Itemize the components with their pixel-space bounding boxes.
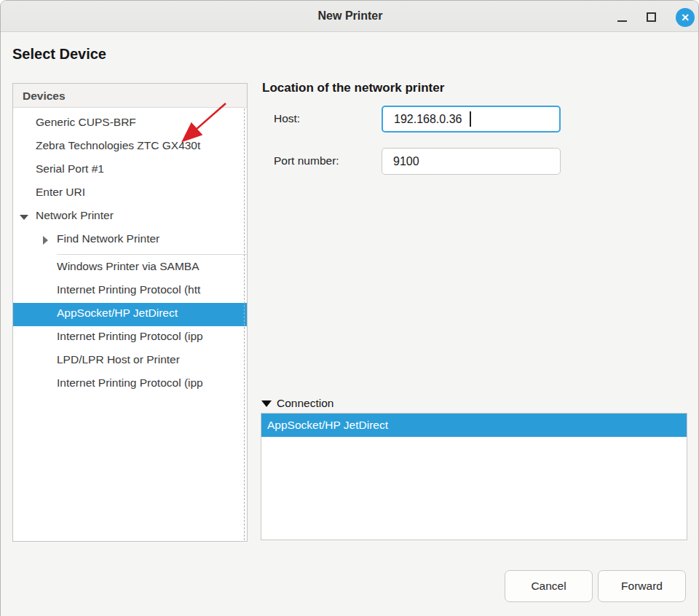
device-label: Network Printer xyxy=(36,209,244,222)
device-label: Internet Printing Protocol (ipp xyxy=(57,330,244,343)
close-icon[interactable]: ✕ xyxy=(676,8,695,27)
device-row-appsocket-jetdirect-selected[interactable]: AppSocket/HP JetDirect xyxy=(13,303,247,326)
page-title: Select Device xyxy=(12,46,106,63)
connection-label: AppSocket/HP JetDirect xyxy=(267,419,388,432)
device-label: Windows Printer via SAMBA xyxy=(57,260,244,273)
connection-list: AppSocket/HP JetDirect xyxy=(261,413,687,540)
devices-list: Generic CUPS-BRF Zebra Technologies ZTC … xyxy=(13,108,247,396)
device-label: AppSocket/HP JetDirect xyxy=(57,307,244,320)
device-label: Zebra Technologies ZTC GX430t xyxy=(36,139,244,152)
connection-row-appsocket-selected[interactable]: AppSocket/HP JetDirect xyxy=(261,414,687,437)
device-row-zebra-ztc-gx430t[interactable]: Zebra Technologies ZTC GX430t xyxy=(13,135,247,159)
port-number-label: Port number: xyxy=(274,154,339,167)
location-section-title: Location of the network printer xyxy=(262,81,444,95)
minimize-icon[interactable] xyxy=(617,20,627,22)
host-input[interactable] xyxy=(382,106,561,133)
device-label: Generic CUPS-BRF xyxy=(36,116,244,129)
device-row-ipp-ipps[interactable]: Internet Printing Protocol (ipp xyxy=(13,373,247,396)
new-printer-dialog: New Printer ✕ Select Device Devices Gene… xyxy=(0,0,699,616)
device-label: Find Network Printer xyxy=(57,232,244,245)
maximize-icon[interactable] xyxy=(647,12,656,22)
expander-down-icon[interactable] xyxy=(20,215,28,220)
device-row-ipp-http[interactable]: Internet Printing Protocol (htt xyxy=(13,280,247,303)
device-row-network-printer[interactable]: Network Printer xyxy=(13,205,247,229)
device-row-serial-port-1[interactable]: Serial Port #1 xyxy=(13,159,247,182)
cancel-button[interactable]: Cancel xyxy=(505,570,593,602)
device-row-enter-uri[interactable]: Enter URI xyxy=(13,182,247,205)
device-row-ipp-ipp[interactable]: Internet Printing Protocol (ipp xyxy=(13,326,247,350)
device-label: Internet Printing Protocol (htt xyxy=(57,283,244,296)
devices-column-header[interactable]: Devices xyxy=(13,84,247,108)
text-cursor xyxy=(470,111,471,127)
connection-expander-icon[interactable] xyxy=(261,400,272,407)
device-label: Serial Port #1 xyxy=(36,162,244,175)
expander-right-icon[interactable] xyxy=(43,236,48,245)
device-row-windows-printer-samba[interactable]: Windows Printer via SAMBA xyxy=(13,256,247,280)
device-label: LPD/LPR Host or Printer xyxy=(57,353,244,366)
host-label: Host: xyxy=(274,112,300,125)
device-row-find-network-printer[interactable]: Find Network Printer xyxy=(13,229,247,252)
titlebar: New Printer ✕ xyxy=(1,1,699,32)
device-row-generic-cups-brf[interactable]: Generic CUPS-BRF xyxy=(13,112,247,135)
device-row-lpd-lpr[interactable]: LPD/LPR Host or Printer xyxy=(13,350,247,373)
forward-button[interactable]: Forward xyxy=(598,570,686,602)
device-label: Enter URI xyxy=(36,186,244,199)
port-number-input[interactable] xyxy=(382,148,561,175)
connection-section-label[interactable]: Connection xyxy=(277,397,333,410)
devices-panel: Devices Generic CUPS-BRF Zebra Technolog… xyxy=(12,83,248,542)
window-title: New Printer xyxy=(318,9,383,23)
device-label: Internet Printing Protocol (ipp xyxy=(57,376,244,390)
